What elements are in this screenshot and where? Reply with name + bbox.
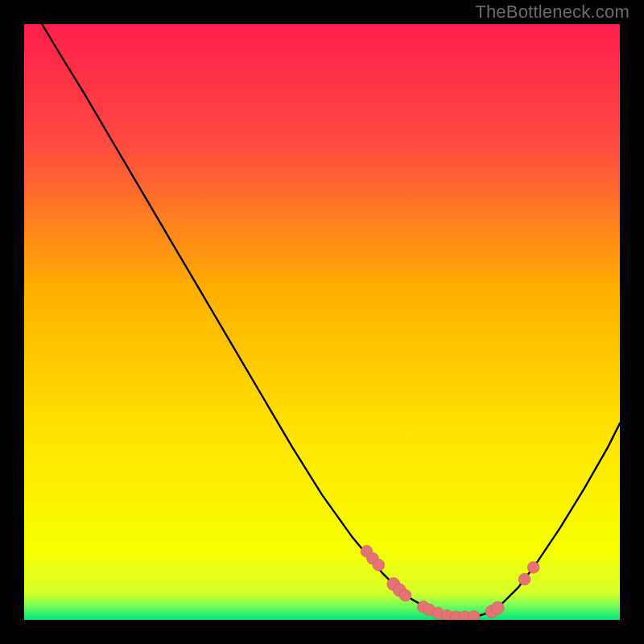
chart-svg bbox=[24, 24, 620, 620]
data-marker bbox=[518, 573, 530, 585]
data-marker bbox=[491, 601, 504, 614]
data-marker bbox=[468, 611, 480, 620]
gradient-background bbox=[24, 24, 620, 620]
data-marker bbox=[527, 562, 539, 574]
data-marker bbox=[373, 559, 385, 572]
attribution-label: TheBottleneck.com bbox=[475, 2, 630, 23]
data-marker bbox=[399, 589, 411, 601]
chart-plot bbox=[24, 24, 620, 620]
chart-frame: TheBottleneck.com bbox=[0, 0, 644, 644]
